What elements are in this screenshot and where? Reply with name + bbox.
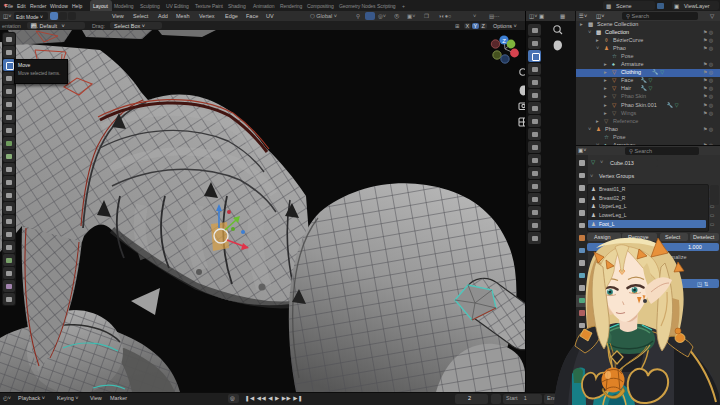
svg-text:Z: Z (502, 38, 506, 44)
